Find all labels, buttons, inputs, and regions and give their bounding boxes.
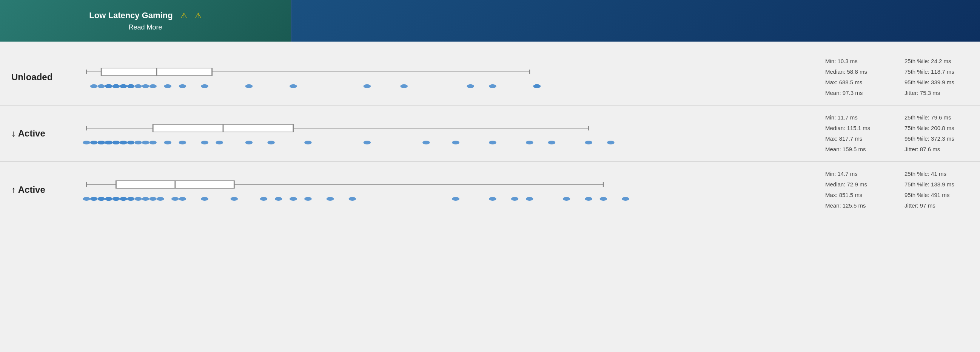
svg-point-112 xyxy=(275,197,282,201)
dot-strip-0 xyxy=(72,82,810,90)
stat-median-1: Median: 115.1 ms xyxy=(825,124,889,133)
svg-point-122 xyxy=(585,197,592,201)
svg-point-29 xyxy=(364,84,371,88)
svg-point-109 xyxy=(201,197,208,201)
svg-point-118 xyxy=(489,197,496,201)
svg-point-79 xyxy=(607,141,614,144)
svg-point-6 xyxy=(97,84,105,88)
svg-point-40 xyxy=(83,141,90,144)
boxplot-container-2 xyxy=(72,177,810,192)
svg-point-104 xyxy=(142,197,150,201)
svg-point-42 xyxy=(90,141,98,144)
svg-point-65 xyxy=(164,141,172,144)
svg-point-67 xyxy=(201,141,208,144)
warning-icon-left: ⚠ xyxy=(180,11,187,20)
svg-point-17 xyxy=(120,84,127,88)
stat-jitter-0: Jitter: 75.3 ms xyxy=(905,88,969,98)
chart-area-0 xyxy=(72,64,810,90)
stats-panel-0: Min: 10.3 ms25th %ile: 24.2 msMedian: 58… xyxy=(825,57,969,98)
svg-point-111 xyxy=(260,197,268,201)
dot-strip-svg-1 xyxy=(72,139,810,146)
svg-point-22 xyxy=(142,84,150,88)
svg-point-85 xyxy=(83,197,90,201)
svg-point-119 xyxy=(511,197,519,201)
svg-point-68 xyxy=(216,141,223,144)
stat-p95-1: 95th %ile: 372.3 ms xyxy=(905,134,969,143)
stat-min-2: Min: 14.7 ms xyxy=(825,170,889,178)
svg-point-62 xyxy=(134,141,142,144)
svg-point-124 xyxy=(622,197,629,201)
svg-point-72 xyxy=(364,141,371,144)
svg-point-64 xyxy=(149,141,157,144)
chart-row-1: ↓ Active Min: 11.7 ms25th %ile: 79.6 msM… xyxy=(0,106,980,162)
svg-point-100 xyxy=(120,197,127,201)
svg-point-61 xyxy=(127,141,135,144)
svg-point-30 xyxy=(400,84,408,88)
boxplot-container-1 xyxy=(72,121,810,136)
stat-min-0: Min: 10.3 ms xyxy=(825,57,889,66)
stat-p25-0: 25th %ile: 24.2 ms xyxy=(905,57,969,66)
svg-point-102 xyxy=(127,197,135,201)
svg-point-32 xyxy=(489,84,496,88)
svg-point-21 xyxy=(134,84,142,88)
stat-max-0: Max: 688.5 ms xyxy=(825,78,889,87)
header-title: Low Latency Gaming xyxy=(89,11,172,21)
svg-point-52 xyxy=(105,141,113,144)
svg-point-117 xyxy=(452,197,460,201)
svg-point-74 xyxy=(452,141,460,144)
chart-label-1: ↓ Active xyxy=(11,128,72,139)
warning-icon-right: ⚠ xyxy=(195,11,202,20)
svg-point-116 xyxy=(349,197,356,201)
svg-point-90 xyxy=(97,197,105,201)
stat-mean-0: Mean: 97.3 ms xyxy=(825,88,889,98)
svg-point-69 xyxy=(245,141,253,144)
stat-p75-1: 75th %ile: 200.8 ms xyxy=(905,124,969,133)
svg-point-75 xyxy=(489,141,496,144)
svg-point-46 xyxy=(97,141,105,144)
stat-median-2: Median: 72.9 ms xyxy=(825,180,889,189)
stat-median-0: Median: 58.8 ms xyxy=(825,67,889,76)
chart-label-0: Unloaded xyxy=(11,72,72,82)
svg-point-5 xyxy=(90,84,98,88)
read-more-link[interactable]: Read More xyxy=(128,24,162,31)
stat-p95-0: 95th %ile: 339.9 ms xyxy=(905,78,969,87)
svg-point-94 xyxy=(105,197,113,201)
dot-strip-1 xyxy=(72,139,810,146)
header-title-row: Low Latency Gaming ⚠ ⚠ xyxy=(8,11,283,21)
chart-label-2: ↑ Active xyxy=(11,184,72,195)
dot-strip-svg-0 xyxy=(72,82,810,90)
svg-point-121 xyxy=(563,197,570,201)
svg-point-113 xyxy=(290,197,297,201)
svg-point-26 xyxy=(201,84,208,88)
chart-area-2 xyxy=(72,177,810,203)
dot-strip-2 xyxy=(72,195,810,203)
stats-panel-1: Min: 11.7 ms25th %ile: 79.6 msMedian: 11… xyxy=(825,113,969,154)
svg-point-73 xyxy=(422,141,430,144)
svg-point-63 xyxy=(142,141,150,144)
svg-point-87 xyxy=(90,197,98,201)
svg-point-11 xyxy=(105,84,113,88)
stat-jitter-2: Jitter: 97 ms xyxy=(905,201,969,210)
svg-point-120 xyxy=(526,197,533,201)
boxplot-container-0 xyxy=(72,64,810,79)
svg-point-77 xyxy=(548,141,556,144)
main-content: Unloaded Min: 10.3 ms25th %ile: 24.2 msM… xyxy=(0,42,980,226)
stat-mean-2: Mean: 125.5 ms xyxy=(825,201,889,210)
stat-p25-1: 25th %ile: 79.6 ms xyxy=(905,113,969,122)
svg-point-34 xyxy=(533,84,541,88)
svg-point-76 xyxy=(526,141,533,144)
chart-row-0: Unloaded Min: 10.3 ms25th %ile: 24.2 msM… xyxy=(0,49,980,106)
boxplot-svg-0 xyxy=(72,64,810,79)
svg-point-103 xyxy=(134,197,142,201)
header-bar: Low Latency Gaming ⚠ ⚠ Read More xyxy=(0,0,980,42)
stat-min-1: Min: 11.7 ms xyxy=(825,113,889,122)
stat-jitter-1: Jitter: 87.6 ms xyxy=(905,145,969,154)
stat-p75-0: 75th %ile: 118.7 ms xyxy=(905,67,969,76)
svg-point-71 xyxy=(304,141,312,144)
svg-point-31 xyxy=(466,84,474,88)
svg-point-115 xyxy=(326,197,334,201)
svg-point-56 xyxy=(113,141,120,144)
svg-point-28 xyxy=(290,84,297,88)
dot-strip-svg-2 xyxy=(72,195,810,203)
stat-max-2: Max: 851.5 ms xyxy=(825,190,889,200)
